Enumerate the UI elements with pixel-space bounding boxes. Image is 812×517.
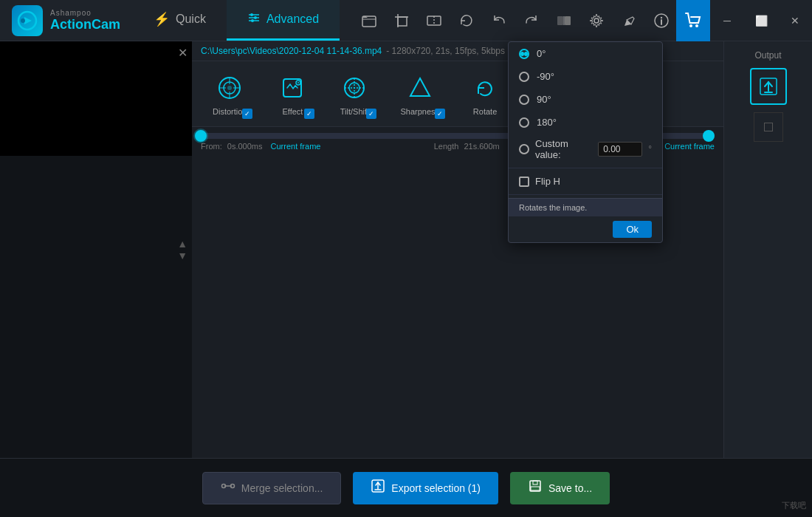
svg-point-6	[254, 16, 257, 19]
degree-sign: °	[648, 144, 652, 154]
separator	[509, 168, 662, 168]
tab-quick-label: Quick	[176, 13, 206, 26]
redo-icon[interactable]	[517, 6, 546, 35]
radio-90-circle	[519, 95, 529, 105]
length-label: Length	[434, 142, 459, 151]
custom-value-row: Custom value: °	[509, 134, 662, 165]
effect-fx-icon	[276, 72, 309, 104]
panel-nav-up[interactable]: ▲	[177, 239, 187, 249]
app-name: ActionCam	[50, 17, 120, 32]
effect-rotate[interactable]: Rotate	[457, 67, 513, 120]
restore-button[interactable]: ⬜	[744, 0, 778, 41]
svg-point-1	[21, 18, 25, 23]
brand-name: Ashampoo	[50, 9, 120, 17]
settings-icon[interactable]	[582, 6, 611, 35]
export-selection-button[interactable]: Export selection (1)	[353, 472, 498, 504]
from-label: From:	[201, 142, 222, 151]
svg-point-22	[695, 24, 698, 27]
save-to-button[interactable]: Save to...	[510, 472, 610, 504]
tab-quick[interactable]: ⚡ Quick	[133, 0, 227, 41]
logo-area: Ashampoo ActionCam	[0, 5, 133, 36]
svg-point-41	[221, 485, 225, 488]
effect-tiltshift[interactable]: Tilt/Shift ✓	[326, 67, 382, 120]
svg-point-32	[297, 82, 299, 83]
merge-selection-button[interactable]: Merge selection...	[202, 472, 342, 504]
output-label: Output	[754, 50, 781, 61]
tab-advanced[interactable]: Advanced	[227, 0, 340, 41]
current-frame-right[interactable]: Current frame	[664, 142, 715, 151]
tiltshift-icon	[338, 72, 371, 104]
title-bar: Ashampoo ActionCam ⚡ Quick Advanced	[0, 0, 812, 41]
svg-point-20	[661, 16, 662, 18]
timeline-thumb[interactable]	[195, 130, 207, 142]
crop-icon[interactable]	[387, 6, 416, 35]
tooltip-text: Rotates the image.	[519, 203, 587, 212]
app-logo-icon	[12, 5, 43, 36]
merge-icon	[221, 479, 235, 497]
output-export-icon[interactable]	[750, 68, 787, 105]
ok-button[interactable]: Ok	[613, 221, 652, 238]
current-frame-left[interactable]: Current frame	[271, 142, 321, 151]
advanced-icon	[247, 11, 261, 28]
tiltshift-label: Tilt/Shift	[340, 107, 369, 116]
minimize-button[interactable]: ─	[710, 0, 744, 41]
compare-icon[interactable]	[549, 6, 579, 35]
rotate-option-neg90[interactable]: -90°	[509, 65, 662, 88]
effect-sharpness[interactable]: Sharpness ✓	[388, 67, 451, 120]
svg-rect-14	[557, 16, 563, 25]
rotate-option-0[interactable]: 0°	[509, 42, 662, 65]
file-info: - 1280x720, 21s, 15fps, 5kbps	[386, 46, 505, 56]
sharpness-label: Sharpness	[400, 107, 439, 116]
rotate-0-label: 0°	[537, 48, 546, 59]
svg-point-17	[594, 18, 599, 23]
effect-effect[interactable]: Effect ✓	[264, 67, 320, 120]
bottom-bar: Merge selection... Export selection (1) …	[0, 458, 812, 517]
save-label: Save to...	[548, 482, 592, 494]
from-time: 0s.000ms	[227, 142, 263, 151]
quick-icon: ⚡	[154, 11, 170, 27]
panel-nav-down[interactable]: ▼	[177, 250, 187, 261]
distortion-check: ✓	[242, 109, 252, 119]
refresh-icon[interactable]	[452, 6, 481, 35]
svg-marker-37	[410, 78, 430, 96]
flip-h-row[interactable]: Flip H	[509, 171, 662, 191]
radio-neg90-circle	[519, 72, 529, 82]
export-label: Export selection (1)	[391, 482, 481, 494]
svg-point-21	[689, 24, 692, 27]
svg-point-42	[230, 485, 234, 488]
svg-rect-8	[362, 16, 376, 27]
info-icon[interactable]	[647, 6, 676, 35]
rotate-180-label: 180°	[537, 117, 557, 128]
separator2	[509, 194, 662, 195]
rotate-option-180[interactable]: 180°	[509, 111, 662, 134]
close-panel-button[interactable]: ✕	[178, 46, 187, 60]
rotate-option-90[interactable]: 90°	[509, 88, 662, 111]
main-area: ✕ ▲ ▼ C:\Users\pc\Videos\2020-12-04 11-1…	[0, 41, 812, 458]
marker-icon[interactable]	[614, 6, 644, 35]
radio-custom-circle	[519, 144, 529, 154]
rotate-tooltip: Rotates the image.	[509, 198, 662, 216]
effect-check: ✓	[304, 109, 314, 119]
svg-point-25	[227, 86, 232, 90]
panel-nav-arrows: ▲ ▼	[177, 239, 187, 261]
rotate-label: Rotate	[473, 107, 497, 116]
svg-point-7	[251, 19, 254, 22]
close-button[interactable]: ✕	[778, 0, 812, 41]
radio-180-circle	[519, 117, 529, 128]
split-icon[interactable]	[419, 6, 449, 35]
flip-h-label: Flip H	[535, 176, 560, 187]
effect-distortion[interactable]: Distortion ✓	[201, 67, 258, 120]
effect-label: Effect	[283, 107, 303, 116]
file-path[interactable]: C:\Users\pc\Videos\2020-12-04 11-14-36.m…	[201, 46, 382, 56]
open-file-icon[interactable]	[354, 6, 384, 35]
undo-icon[interactable]	[484, 6, 514, 35]
custom-value-input[interactable]	[598, 142, 642, 157]
export-icon	[371, 479, 385, 497]
radio-0-circle	[519, 49, 529, 59]
sharpness-check: ✓	[435, 109, 445, 119]
flip-h-checkbox[interactable]	[519, 177, 529, 187]
output-panel: Output	[723, 41, 812, 458]
svg-rect-46	[530, 481, 540, 491]
cart-button[interactable]	[676, 0, 710, 41]
watermark: 下载吧	[782, 500, 806, 511]
